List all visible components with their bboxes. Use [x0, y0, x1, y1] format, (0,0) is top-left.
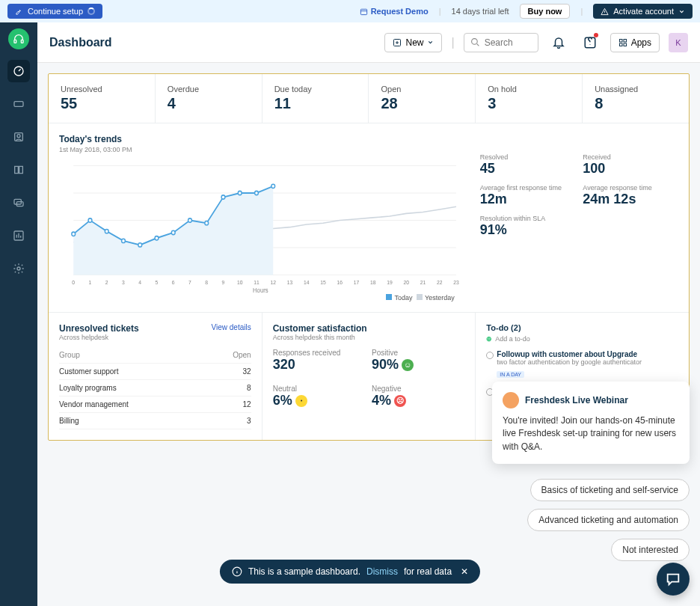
trial-days-left: 14 days trial left	[452, 7, 509, 16]
svg-rect-17	[624, 43, 627, 46]
sat-negative: Negative4%☹	[372, 385, 464, 408]
svg-text:18: 18	[370, 280, 376, 286]
legend-swatch-today	[386, 294, 392, 300]
nav-forums[interactable]	[7, 192, 30, 214]
stat-open[interactable]: Open28	[369, 74, 476, 123]
svg-text:21: 21	[420, 280, 426, 286]
svg-rect-1	[14, 40, 16, 43]
separator: |	[451, 36, 454, 49]
stat-on-hold[interactable]: On hold3	[476, 74, 583, 123]
sidebar	[0, 22, 37, 606]
table-row[interactable]: Billing3	[59, 413, 251, 429]
book-icon	[13, 164, 25, 176]
activate-label: Activate account	[613, 7, 674, 16]
nav-dashboard[interactable]	[7, 60, 30, 82]
nav-analytics[interactable]	[7, 224, 30, 247]
chip-advanced[interactable]: Advanced ticketing and automation	[527, 509, 690, 531]
request-demo-link[interactable]: Request Demo	[360, 7, 429, 16]
svg-text:17: 17	[354, 280, 360, 286]
toast-message: This is a sample dashboard.	[248, 566, 360, 577]
svg-point-12	[471, 39, 477, 45]
svg-point-49	[88, 218, 92, 222]
warning-icon	[601, 7, 609, 16]
svg-point-6	[17, 135, 20, 138]
legend-swatch-yesterday	[417, 294, 423, 300]
new-button[interactable]: New	[384, 33, 442, 52]
spinner-icon	[88, 7, 95, 15]
unresolved-title: Unresolved tickets	[59, 323, 139, 334]
toast-rest: for real data	[404, 566, 452, 577]
separator: |	[439, 7, 441, 16]
svg-point-55	[188, 218, 192, 222]
svg-text:22: 22	[437, 280, 443, 286]
stat-unresolved[interactable]: Unresolved55	[49, 74, 156, 123]
trends-title: Today's trends	[59, 134, 462, 144]
calendar-icon	[360, 7, 368, 16]
add-todo-link[interactable]: ⊕Add a to-do	[486, 335, 678, 343]
sat-positive: Positive90%☺	[372, 349, 464, 373]
stat-overdue[interactable]: Overdue4	[156, 74, 262, 123]
chip-not-interested[interactable]: Not interested	[611, 539, 690, 561]
close-icon[interactable]: ✕	[461, 566, 468, 577]
metric-response-time: Average response time24m 12s	[583, 184, 681, 207]
svg-text:3: 3	[122, 280, 125, 286]
svg-rect-4	[14, 102, 23, 107]
unresolved-sub: Across helpdesk	[59, 334, 139, 341]
chat-bubble-icon	[665, 571, 681, 587]
chat-icon	[13, 197, 25, 209]
app-logo[interactable]	[8, 28, 29, 49]
metric-received: Received100	[583, 153, 681, 177]
setup-banner: Continue setup Request Demo | 14 days tr…	[0, 0, 700, 22]
unresolved-panel: Unresolved tickets Across helpdesk View …	[49, 313, 262, 440]
page-title: Dashboard	[49, 36, 112, 49]
svg-text:9: 9	[222, 280, 225, 286]
chip-basics[interactable]: Basics of ticketing and self-service	[530, 479, 690, 501]
table-row[interactable]: Customer support32	[59, 364, 251, 380]
activate-account-button[interactable]: Activate account	[593, 4, 693, 19]
notifications-button[interactable]	[547, 31, 570, 54]
search-box[interactable]	[464, 33, 538, 52]
view-details-link[interactable]: View details	[211, 323, 251, 331]
svg-text:8: 8	[205, 280, 208, 286]
svg-text:23: 23	[453, 280, 459, 286]
stat-unassigned[interactable]: Unassigned8	[583, 74, 689, 123]
svg-point-10	[17, 267, 20, 270]
plus-icon: ⊕	[486, 335, 492, 343]
svg-text:1: 1	[89, 280, 92, 286]
user-avatar[interactable]: K	[669, 33, 688, 52]
chat-launcher[interactable]	[657, 563, 690, 596]
table-row[interactable]: Vendor management12	[59, 397, 251, 413]
unresolved-table: GroupOpen Customer support32 Loyalty pro…	[59, 347, 251, 429]
continue-setup-button[interactable]: Continue setup	[7, 4, 102, 19]
svg-point-58	[238, 191, 242, 195]
nav-solutions[interactable]	[7, 159, 30, 181]
svg-text:11: 11	[254, 280, 260, 286]
svg-point-57	[221, 195, 225, 199]
apps-button[interactable]: Apps	[610, 33, 660, 52]
trends-chart-panel: Today's trends 1st May 2018, 03:00 PM 01…	[49, 123, 473, 312]
ticket-icon	[13, 98, 25, 110]
nav-admin[interactable]	[7, 257, 30, 280]
svg-point-60	[271, 184, 275, 188]
buy-now-button[interactable]: Buy now	[520, 4, 571, 19]
sample-dashboard-toast: This is a sample dashboard. Dismiss for …	[220, 560, 480, 584]
table-row[interactable]: Loyalty programs8	[59, 380, 251, 397]
nav-tickets[interactable]	[7, 93, 30, 115]
webinar-avatar-icon	[503, 392, 519, 408]
todo-item[interactable]: Followup with customer about Upgrade two…	[486, 350, 678, 379]
gear-icon	[13, 263, 25, 275]
stat-due-today[interactable]: Due today11	[262, 74, 369, 123]
search-input[interactable]	[485, 37, 529, 48]
sat-neutral: Neutral6%・	[273, 385, 366, 408]
info-icon	[232, 566, 242, 577]
dismiss-link[interactable]: Dismiss	[366, 566, 398, 577]
nav-contacts[interactable]	[7, 126, 30, 148]
trends-line-chart: 01234567891011121314151617181920212223Ho…	[59, 159, 462, 294]
new-label: New	[405, 37, 423, 48]
neutral-face-icon: ・	[295, 395, 307, 407]
svg-text:15: 15	[320, 280, 326, 286]
svg-point-50	[105, 229, 108, 233]
help-button[interactable]	[579, 31, 601, 54]
apps-label: Apps	[631, 37, 651, 48]
wrench-icon	[15, 7, 23, 16]
